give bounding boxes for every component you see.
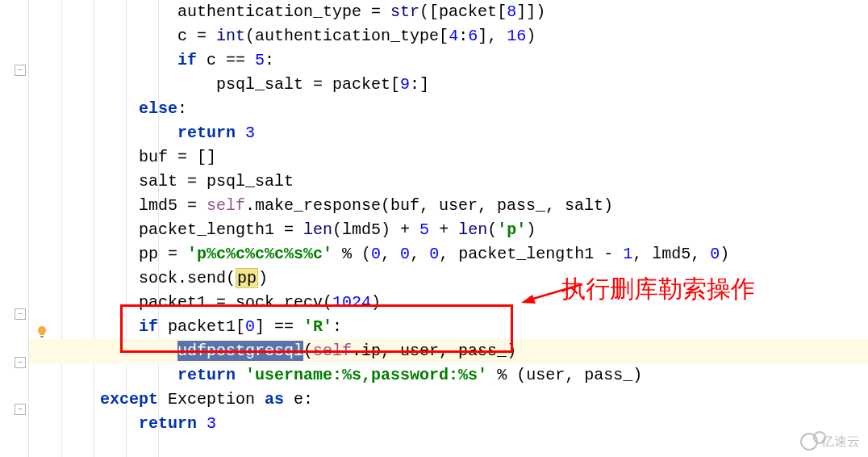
fold-marker-icon[interactable] [15,357,26,368]
code-line-active[interactable]: udfpostgresql(self.ip, user, pass_) [29,339,868,363]
code-line[interactable]: except Exception as e: [29,388,868,412]
svg-marker-2 [521,295,536,304]
fold-marker-icon[interactable] [15,308,26,320]
editor-gutter [0,0,29,457]
code-line[interactable]: pp = 'p%c%c%c%c%s%c' % (0, 0, 0, packet_… [29,242,868,266]
watermark-text: 亿速云 [821,434,860,451]
code-line[interactable]: return 3 [29,412,868,436]
code-line[interactable]: lmd5 = self.make_response(buf, user, pas… [29,194,868,218]
code-editor: authentication_type = str([packet[8]]) c… [0,0,868,457]
fold-marker-icon[interactable] [15,404,26,415]
annotation-text: 执行删库勒索操作 [561,273,755,306]
code-line[interactable]: c = int(authentication_type[4:6], 16) [29,24,868,48]
code-content[interactable]: authentication_type = str([packet[8]]) c… [29,0,868,457]
selected-text: udfpostgresql [177,341,303,361]
code-line[interactable] [29,436,868,457]
code-line[interactable]: return 'username:%s,password:%s' % (user… [29,363,868,388]
code-line[interactable]: return 3 [29,121,868,145]
code-line[interactable]: authentication_type = str([packet[8]]) [29,0,868,24]
code-line[interactable]: if packet1[0] == 'R': [29,315,868,339]
code-line[interactable]: buf = [] [29,145,868,170]
fold-marker-icon[interactable] [15,65,26,76]
watermark: 亿速云 [800,433,860,451]
highlighted-variable: pp [236,268,258,288]
cloud-icon [800,433,818,451]
code-line[interactable]: packet_length1 = len(lmd5) + 5 + len('p'… [29,218,868,242]
lightbulb-icon[interactable] [35,325,48,338]
code-line[interactable]: psql_salt = packet[9:] [29,73,868,97]
svg-rect-0 [40,336,44,338]
code-line[interactable]: if c == 5: [29,48,868,73]
code-line[interactable]: salt = psql_salt [29,170,868,194]
code-line[interactable]: else: [29,97,868,121]
